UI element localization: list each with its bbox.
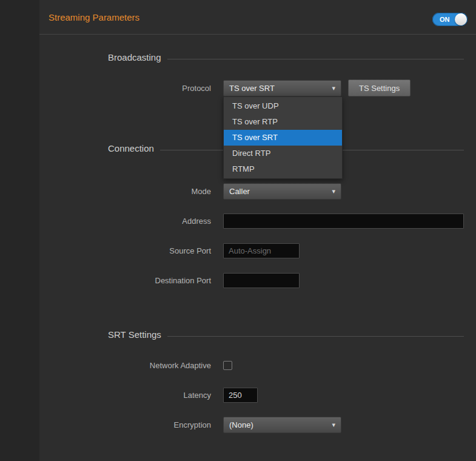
encryption-label: Encryption: [39, 420, 211, 429]
destination-port-label: Destination Port: [39, 276, 211, 285]
section-rule: [167, 59, 464, 59]
menu-item-direct-rtp[interactable]: Direct RTP: [224, 146, 342, 161]
encryption-row: Encryption (None) ▾: [39, 416, 464, 434]
streaming-parameters-panel: Streaming Parameters ON Broadcasting Pro…: [39, 0, 476, 461]
menu-item-ts-over-rtp[interactable]: TS over RTP: [224, 114, 342, 130]
address-input[interactable]: [223, 214, 464, 229]
ts-settings-button[interactable]: TS Settings: [348, 79, 411, 96]
mode-row: Mode Caller ▾: [39, 182, 464, 200]
section-broadcasting-title: Broadcasting: [108, 52, 161, 62]
latency-row: Latency: [39, 386, 464, 404]
destination-port-input[interactable]: [223, 273, 300, 288]
mode-dropdown-value: Caller: [229, 187, 250, 196]
menu-item-rtmp[interactable]: RTMP: [224, 161, 342, 177]
section-rule: [167, 336, 464, 337]
chevron-down-icon: ▾: [332, 84, 335, 92]
encryption-dropdown[interactable]: (None) ▾: [223, 417, 341, 433]
network-adaptive-checkbox[interactable]: [223, 361, 232, 370]
address-label: Address: [39, 217, 211, 226]
streaming-enabled-toggle[interactable]: ON: [432, 13, 468, 26]
protocol-dropdown[interactable]: TS over SRT ▾: [223, 80, 341, 96]
toggle-knob-icon: [455, 13, 467, 25]
source-port-row: Source Port: [39, 241, 464, 260]
page-title: Streaming Parameters: [49, 0, 139, 35]
mode-dropdown[interactable]: Caller ▾: [223, 183, 341, 200]
section-srt-settings-title: SRT Settings: [108, 329, 161, 340]
chevron-down-icon: ▾: [332, 187, 335, 195]
source-port-label: Source Port: [39, 246, 211, 255]
network-adaptive-row: Network Adaptive: [39, 356, 464, 374]
menu-item-ts-over-srt[interactable]: TS over SRT: [224, 130, 342, 146]
encryption-dropdown-value: (None): [229, 420, 253, 429]
section-connection-title: Connection: [108, 143, 154, 153]
network-adaptive-label: Network Adaptive: [39, 361, 211, 370]
protocol-dropdown-value: TS over SRT: [229, 84, 275, 93]
panel-header: Streaming Parameters ON: [39, 0, 476, 35]
address-row: Address: [39, 212, 464, 230]
mode-label: Mode: [39, 187, 211, 196]
chevron-down-icon: ▾: [332, 421, 335, 429]
toggle-on-label: ON: [440, 13, 450, 26]
latency-label: Latency: [39, 391, 211, 400]
protocol-row: Protocol TS over SRT ▾ TS Settings: [39, 79, 464, 97]
protocol-label: Protocol: [39, 84, 211, 93]
source-port-input[interactable]: [223, 243, 300, 258]
destination-port-row: Destination Port: [39, 271, 464, 289]
latency-input[interactable]: [223, 388, 258, 403]
protocol-dropdown-menu: TS over UDP TS over RTP TS over SRT Dire…: [223, 96, 343, 179]
menu-item-ts-over-udp[interactable]: TS over UDP: [224, 98, 342, 114]
section-broadcasting: Broadcasting: [108, 52, 464, 62]
section-srt-settings: SRT Settings: [108, 329, 464, 340]
ts-settings-button-label: TS Settings: [359, 84, 400, 93]
